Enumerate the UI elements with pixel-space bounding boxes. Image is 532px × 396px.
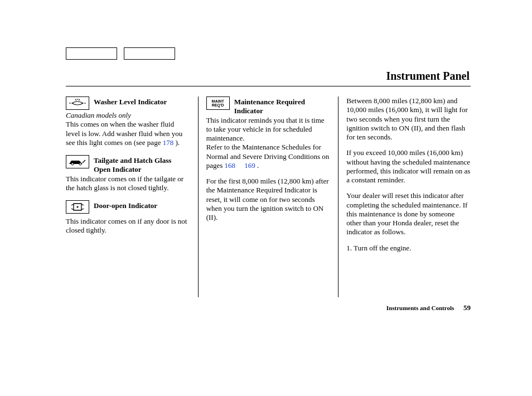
columns: Washer Level Indicator Canadian models o… xyxy=(66,96,471,297)
link-page-178[interactable]: 178 xyxy=(163,138,174,147)
door-open-title: Door-open Indicator xyxy=(94,200,157,210)
maint-icon-line2: REQ'D xyxy=(212,103,224,107)
page: Instrument Panel Washer Level Indicator … xyxy=(0,0,532,320)
door-open-body: This indicator comes on if any door is n… xyxy=(66,217,190,235)
col3-p1: Between 8,000 miles (12,800 km) and 10,0… xyxy=(346,96,471,142)
maint-block: MAINT REQ'D Maintenance Required Indicat… xyxy=(206,96,331,222)
tailgate-title: Tailgate and Hatch Glass Open Indicator xyxy=(94,155,190,175)
maint-body-refer: Refer to the Maintenance Schedules for N… xyxy=(206,143,331,170)
link-page-168[interactable]: 168 xyxy=(225,161,236,170)
footer-section: Instruments and Controls xyxy=(386,305,454,311)
maint-reqd-icon: MAINT REQ'D xyxy=(206,96,230,110)
maint-body-d: . xyxy=(255,161,259,170)
maint-icon-line1: MAINT xyxy=(212,99,224,103)
tailgate-block: Tailgate and Hatch Glass Open Indicator … xyxy=(66,155,190,192)
door-open-icon xyxy=(66,200,89,214)
door-open-block: Door-open Indicator This indicator comes… xyxy=(66,200,190,235)
col3-p2: If you exceed 10,000 miles (16,000 km) w… xyxy=(346,148,471,185)
horizontal-rule xyxy=(66,86,471,86)
maint-body-e: For the first 8,000 miles (12,800 km) af… xyxy=(206,177,331,222)
column-2: MAINT REQ'D Maintenance Required Indicat… xyxy=(198,96,338,297)
page-title: Instrument Panel xyxy=(66,70,471,83)
washer-level-block: Washer Level Indicator Canadian models o… xyxy=(66,96,190,147)
washer-note: Canadian models only xyxy=(66,111,190,120)
washer-body: This comes on when the washer fluid leve… xyxy=(66,120,190,147)
col3-p4: 1. Turn off the engine. xyxy=(346,244,471,253)
washer-body-b: ). xyxy=(173,138,180,147)
washer-title: Washer Level Indicator xyxy=(94,96,167,107)
nav-box-2[interactable] xyxy=(124,47,175,60)
top-button-row xyxy=(66,47,471,60)
maint-title: Maintenance Required Indicator xyxy=(234,96,331,116)
tailgate-icon xyxy=(66,155,89,168)
maint-body-c xyxy=(235,161,244,170)
nav-box-1[interactable] xyxy=(66,47,117,60)
svg-point-2 xyxy=(71,163,74,165)
svg-point-3 xyxy=(79,163,81,165)
svg-point-4 xyxy=(77,206,79,208)
column-3: Between 8,000 miles (12,800 km) and 10,0… xyxy=(338,96,471,297)
tailgate-body: This indicator comes on if the tailgate … xyxy=(66,175,190,193)
footer: Instruments and Controls 59 xyxy=(386,303,471,312)
column-1: Washer Level Indicator Canadian models o… xyxy=(66,96,198,297)
link-page-169[interactable]: 169 xyxy=(244,161,255,170)
washer-icon xyxy=(66,96,89,110)
col3-p3: Your dealer will reset this indicator af… xyxy=(346,191,471,236)
footer-page-number: 59 xyxy=(463,303,471,312)
maint-body-a: This indicator reminds you that it is ti… xyxy=(206,116,331,143)
